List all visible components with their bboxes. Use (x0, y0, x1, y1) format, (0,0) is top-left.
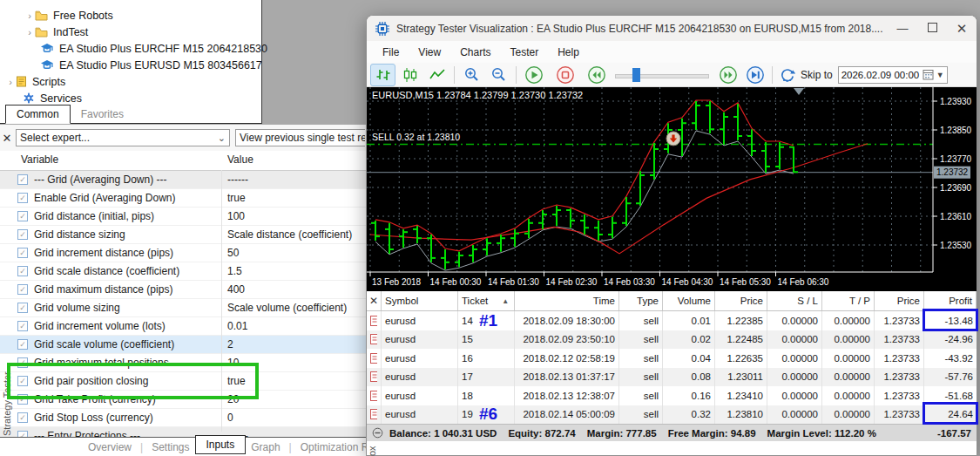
expander-icon[interactable]: › (24, 27, 35, 37)
trade-row[interactable]: eurusd182018.02.13 12:38:07sell0.161.234… (367, 386, 977, 405)
tab-inputs[interactable]: Inputs (195, 435, 247, 454)
tab-common[interactable]: Common (5, 105, 71, 124)
window-titlebar[interactable]: Strategy Tester Visualization : EA Studi… (367, 16, 977, 41)
column-header-profit[interactable]: Profit (924, 291, 977, 310)
parameter-checkbox[interactable]: ✓ (17, 376, 28, 386)
tab-graph[interactable]: Graph (246, 439, 285, 455)
input-parameter-row[interactable]: ✓Grid distance (initial, pips)100 (0, 208, 366, 226)
minimize-button[interactable]: — (888, 22, 917, 35)
column-header-time[interactable]: Time (515, 291, 619, 310)
column-header-value[interactable]: Value (227, 153, 253, 166)
zoom-out-button[interactable] (486, 64, 511, 86)
parameter-checkbox[interactable]: ✓ (17, 357, 28, 368)
input-parameter-row[interactable]: ✓Grid volume sizingScale volume (coeffic… (0, 299, 366, 317)
column-header-tp[interactable]: T / P (822, 291, 875, 310)
parameter-checkbox[interactable]: ✓ (17, 193, 28, 203)
tab-settings[interactable]: Settings (146, 439, 194, 455)
tab-favorites[interactable]: Favorites (71, 105, 134, 123)
input-parameter-row[interactable]: ✓Grid increment distance (pips)50 (0, 244, 366, 262)
price-chart[interactable]: 13 Feb 201814 Feb 00:3014 Feb 01:3014 Fe… (367, 87, 977, 291)
expander-icon[interactable]: › (24, 10, 35, 21)
parameter-checkbox[interactable]: ✓ (17, 211, 28, 221)
input-parameter-row[interactable]: ✓Grid Stop Loss (currency)0 (0, 409, 366, 427)
collapse-icon[interactable] (372, 427, 383, 439)
svg-text:1.23610: 1.23610 (940, 212, 972, 221)
speed-slider[interactable] (615, 65, 709, 85)
input-parameter-row[interactable]: ✓Grid increment volume (lots)0.01 (0, 317, 366, 336)
parameter-checkbox[interactable]: ✓ (17, 321, 28, 331)
menu-view[interactable]: View (409, 44, 449, 61)
parameter-checkbox[interactable]: ✓ (17, 266, 28, 276)
trade-row[interactable]: eurusd152018.02.09 23:50:10sell0.021.224… (367, 330, 977, 350)
parameter-checkbox[interactable]: ✓ (17, 284, 28, 295)
parameter-checkbox[interactable]: ✓ (17, 339, 28, 350)
column-header-type[interactable]: Type (619, 291, 663, 310)
skip-to-end-button[interactable] (742, 64, 767, 86)
bars-chart-button[interactable] (370, 64, 395, 86)
slider-handle[interactable] (632, 68, 640, 82)
skip-to-button[interactable] (777, 64, 798, 86)
trade-cell: -13.48 (924, 311, 977, 330)
close-panel-button[interactable]: ✕ (0, 132, 14, 145)
tree-item[interactable]: ›Free Robots (0, 7, 261, 24)
input-parameter-row[interactable]: ✓Grid maximum distance (pips)400 (0, 281, 366, 299)
input-parameter-row[interactable]: ✓Grid distance sizingScale distance (coe… (0, 226, 366, 244)
input-parameter-row[interactable]: ✓Grid pair position closingtrue (0, 372, 366, 391)
stop-button[interactable] (552, 64, 578, 86)
slider-track[interactable] (615, 74, 709, 78)
view-previous-results-control[interactable]: View previous single test resul (235, 129, 365, 146)
trade-row[interactable]: eurusd142018.02.09 18:30:00sell0.011.223… (367, 311, 977, 330)
menu-tester[interactable]: Tester (501, 44, 547, 61)
maximize-button[interactable] (917, 22, 947, 35)
play-button[interactable] (521, 64, 546, 86)
tab-optimization-results[interactable]: Optimization Results (295, 439, 366, 455)
column-header-price[interactable]: Price (875, 291, 924, 310)
select-expert-dropdown[interactable]: Select expert... ⌄ (16, 129, 230, 146)
menu-charts[interactable]: Charts (451, 44, 499, 61)
input-parameter-row[interactable]: ✓Enable Grid (Averaging Down)true (0, 189, 366, 208)
trade-row[interactable]: eurusd172018.02.13 01:37:17sell0.081.230… (367, 368, 977, 387)
close-button[interactable]: ✕ (947, 21, 977, 37)
close-table-button[interactable]: ✕ (369, 295, 378, 307)
tab-overview[interactable]: Overview (83, 439, 137, 455)
parameter-checkbox[interactable]: ✓ (17, 229, 28, 240)
parameter-checkbox[interactable]: ✓ (17, 303, 28, 313)
line-chart-button[interactable] (424, 64, 449, 86)
input-parameter-row[interactable]: ✓Grid Take Profit (currency)20 (0, 391, 366, 409)
input-parameter-row[interactable]: ✓Grid scale volume (coefficient)2 (0, 336, 366, 354)
parameter-checkbox[interactable]: ✓ (17, 174, 28, 185)
tree-item[interactable]: ›Scripts (0, 73, 261, 90)
tree-item[interactable]: EA Studio Plus EURUSD M15 803456617 (0, 57, 261, 73)
fast-forward-button[interactable] (715, 64, 740, 86)
column-header-volume[interactable]: Volume (663, 291, 715, 310)
chart-canvas[interactable]: 13 Feb 201814 Feb 00:3014 Feb 01:3014 Fe… (367, 87, 977, 291)
trade-row[interactable]: eurusd192018.02.14 05:00:09sell0.321.238… (367, 405, 977, 425)
column-header-price[interactable]: Price (715, 291, 767, 310)
skip-to-date-field[interactable]: 2026.02.09 00:00 ▼ (838, 66, 948, 84)
chevron-down-icon[interactable]: ▼ (936, 71, 944, 79)
column-header-symbol[interactable]: Symbol (382, 291, 458, 310)
parameter-checkbox[interactable]: ✓ (17, 412, 28, 423)
strategy-tester-vertical-label[interactable]: Strategy Tester (2, 371, 12, 436)
document-icon (370, 409, 377, 419)
menu-help[interactable]: Help (549, 44, 588, 61)
svg-text:1.23690: 1.23690 (940, 183, 972, 193)
input-parameter-row[interactable]: ✓--- Grid (Averaging Down) --------- (0, 171, 366, 189)
parameter-checkbox[interactable]: ✓ (17, 248, 28, 258)
column-header-sl[interactable]: S / L (767, 291, 822, 310)
calendar-icon[interactable] (923, 69, 935, 80)
menu-file[interactable]: File (374, 44, 408, 61)
column-header-variable[interactable]: Variable (21, 153, 58, 166)
column-header-ticket[interactable]: Ticket▲ (458, 291, 515, 310)
zoom-in-button[interactable] (459, 64, 484, 86)
toolbox-vertical-label[interactable]: ox (367, 446, 377, 456)
tree-item[interactable]: EA Studio Plus EURCHF M15 2064218530 (0, 40, 261, 57)
input-parameter-row[interactable]: ✓Grid maximum total positions10 (0, 354, 366, 372)
tree-item[interactable]: ›IndTest (0, 24, 261, 40)
parameter-checkbox[interactable]: ✓ (17, 394, 28, 405)
input-parameter-row[interactable]: ✓Grid scale distance (coefficient)1.5 (0, 262, 366, 281)
rewind-button[interactable] (584, 64, 609, 86)
trade-row[interactable]: eurusd162018.02.12 02:58:19sell0.041.226… (367, 349, 977, 368)
candles-chart-button[interactable] (397, 64, 422, 86)
expander-icon[interactable]: › (5, 77, 16, 87)
